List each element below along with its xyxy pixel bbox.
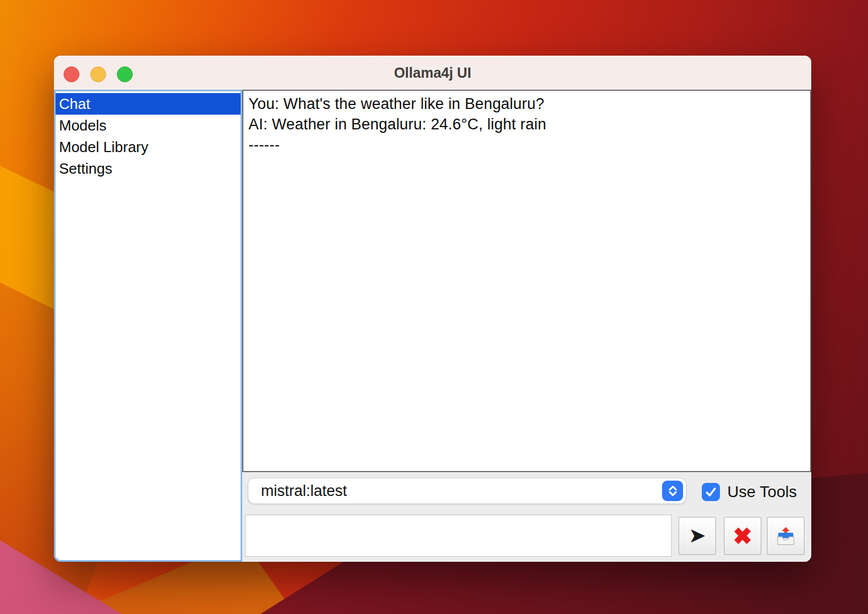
send-icon: ➤ — [688, 523, 706, 548]
x-icon: ✖ — [733, 523, 752, 550]
sidebar-item-models[interactable]: Models — [56, 115, 241, 136]
sidebar-nav: Chat Models Model Library Settings — [54, 90, 242, 562]
titlebar[interactable]: Ollama4j UI — [54, 56, 811, 90]
chat-line-user: You: What's the weather like in Bengalur… — [248, 94, 806, 114]
chat-transcript: You: What's the weather like in Bengalur… — [242, 90, 811, 472]
message-input[interactable] — [245, 515, 672, 557]
checkmark-icon — [704, 485, 718, 499]
window-title: Ollama4j UI — [54, 56, 811, 90]
chat-line-separator: ------ — [248, 134, 806, 155]
sidebar-item-model-library[interactable]: Model Library — [56, 136, 241, 158]
use-tools-checkbox[interactable] — [702, 483, 720, 501]
chevron-up-down-icon[interactable] — [662, 481, 683, 501]
send-button[interactable]: ➤ — [679, 517, 716, 555]
model-select-value: mistral:latest — [261, 478, 347, 503]
sidebar-item-settings[interactable]: Settings — [56, 158, 241, 179]
main-pane: You: What's the weather like in Bengalur… — [242, 90, 811, 562]
outbox-tray-icon — [774, 525, 797, 548]
app-window: Ollama4j UI Chat Models Model Library Se… — [54, 56, 811, 562]
use-tools-label: Use Tools — [727, 480, 797, 504]
chat-line-ai: AI: Weather in Bengaluru: 24.6°C, light … — [248, 114, 806, 134]
footer-panel: mistral:latest Use Tools ➤ ✖ — [242, 472, 811, 562]
sidebar-item-chat[interactable]: Chat — [56, 93, 241, 115]
model-select[interactable]: mistral:latest — [248, 478, 686, 504]
clear-button[interactable]: ✖ — [724, 517, 761, 555]
upload-button[interactable] — [767, 517, 804, 555]
